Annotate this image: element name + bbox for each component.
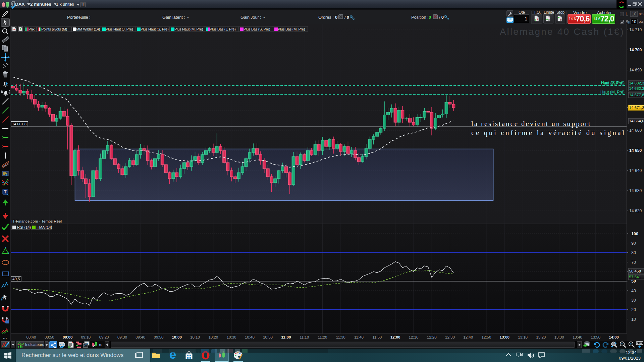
svg-text:14 660: 14 660: [629, 128, 642, 133]
svg-text:F: F: [6, 173, 8, 176]
svg-text:Allemagne 40 Cash (1€): Allemagne 40 Cash (1€): [500, 26, 625, 37]
svg-text:14 682,3: 14 682,3: [629, 81, 644, 85]
svg-text:Haut (M, Pré): Haut (M, Pré): [600, 90, 625, 95]
svg-text:14 620: 14 620: [629, 208, 642, 213]
svg-text:Haut (J, Pré): Haut (J, Pré): [601, 81, 624, 85]
svg-text:14 661,8: 14 661,8: [12, 122, 26, 126]
svg-text:T: T: [4, 189, 7, 194]
svg-text:14 710: 14 710: [629, 27, 642, 32]
svg-text:80: 80: [631, 250, 636, 255]
svg-text:ce qui cnfirme la véracité du: ce qui cnfirme la véracité du signal: [471, 129, 626, 137]
svg-text:30: 30: [631, 298, 636, 303]
svg-text:14 650: 14 650: [629, 148, 642, 153]
svg-text:20: 20: [631, 307, 636, 312]
svg-text:70: 70: [631, 260, 636, 265]
svg-text:14 671,3: 14 671,3: [629, 105, 644, 110]
svg-text:100: 100: [631, 232, 638, 236]
svg-text:IT-Finance.com - Temps Réel: IT-Finance.com - Temps Réel: [11, 219, 62, 223]
svg-text:10: 10: [631, 317, 636, 322]
svg-text:58,458: 58,458: [629, 269, 641, 273]
svg-text:49,5: 49,5: [12, 277, 20, 281]
svg-text:14 630: 14 630: [629, 188, 642, 193]
svg-text:57,541: 57,541: [629, 275, 641, 279]
svg-text:14 677,8: 14 677,8: [629, 93, 644, 97]
svg-text:14 690: 14 690: [629, 68, 642, 72]
svg-text:14 700: 14 700: [629, 48, 642, 52]
svg-text:14 640: 14 640: [629, 168, 642, 173]
svg-text:la resistance devient un suppo: la resistance devient un support: [471, 120, 591, 128]
svg-text:90: 90: [631, 241, 636, 246]
svg-text:40: 40: [631, 289, 636, 293]
svg-text:14 682,3: 14 682,3: [629, 86, 644, 90]
svg-text:14 664,6: 14 664,6: [629, 119, 644, 123]
